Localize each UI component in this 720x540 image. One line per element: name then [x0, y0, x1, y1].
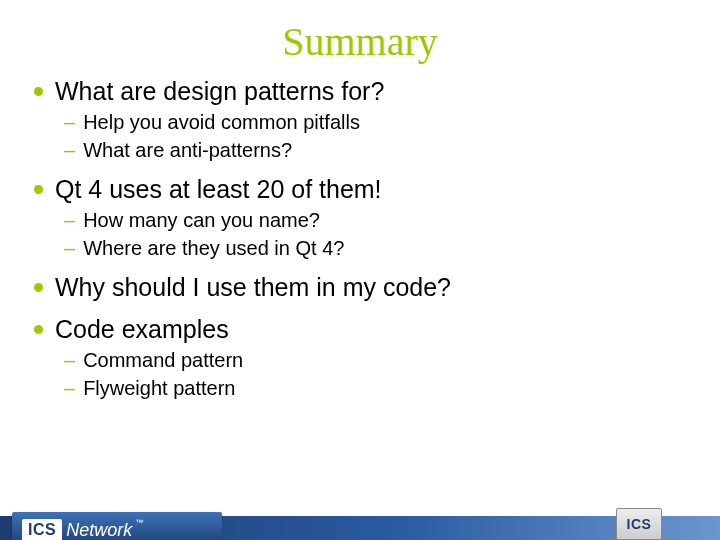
dash-icon: –	[64, 109, 75, 135]
ics-logo-box: ICS	[22, 519, 62, 540]
sub-bullet-item: – What are anti-patterns?	[64, 137, 690, 163]
network-text: Network	[66, 520, 132, 541]
trademark-icon: ™	[135, 518, 143, 527]
dash-icon: –	[64, 347, 75, 373]
ics-logo-text: ICS	[627, 516, 652, 532]
bullet-dot-icon	[34, 283, 43, 292]
slide-footer: ICS Network ™ © 2008 Integrated Computer…	[0, 498, 720, 540]
dash-icon: –	[64, 375, 75, 401]
sub-bullet-item: – Help you avoid common pitfalls	[64, 109, 690, 135]
sub-bullet-text: Flyweight pattern	[83, 375, 235, 401]
sub-bullet-text: Help you avoid common pitfalls	[83, 109, 360, 135]
sub-bullet-text: Command pattern	[83, 347, 243, 373]
sub-bullet-item: – Flyweight pattern	[64, 375, 690, 401]
bullet-item: Code examples	[34, 313, 690, 345]
dash-icon: –	[64, 137, 75, 163]
bullet-text: Qt 4 uses at least 20 of them!	[55, 173, 382, 205]
bullet-text: Why should I use them in my code?	[55, 271, 451, 303]
slide-body: What are design patterns for? – Help you…	[0, 75, 720, 401]
sub-bullet-item: – How many can you name?	[64, 207, 690, 233]
sub-bullet-text: How many can you name?	[83, 207, 320, 233]
ics-network-logo: ICS Network ™	[12, 512, 222, 540]
bullet-text: Code examples	[55, 313, 229, 345]
sub-bullet-item: – Where are they used in Qt 4?	[64, 235, 690, 261]
bullet-text: What are design patterns for?	[55, 75, 384, 107]
bullet-dot-icon	[34, 185, 43, 194]
slide-title: Summary	[0, 18, 720, 65]
sub-bullet-item: – Command pattern	[64, 347, 690, 373]
sub-bullet-text: What are anti-patterns?	[83, 137, 292, 163]
bullet-dot-icon	[34, 325, 43, 334]
sub-bullet-text: Where are they used in Qt 4?	[83, 235, 344, 261]
bullet-item: Qt 4 uses at least 20 of them!	[34, 173, 690, 205]
bullet-item: Why should I use them in my code?	[34, 271, 690, 303]
dash-icon: –	[64, 235, 75, 261]
bullet-dot-icon	[34, 87, 43, 96]
bullet-item: What are design patterns for?	[34, 75, 690, 107]
ics-logo: ICS	[616, 508, 662, 540]
dash-icon: –	[64, 207, 75, 233]
